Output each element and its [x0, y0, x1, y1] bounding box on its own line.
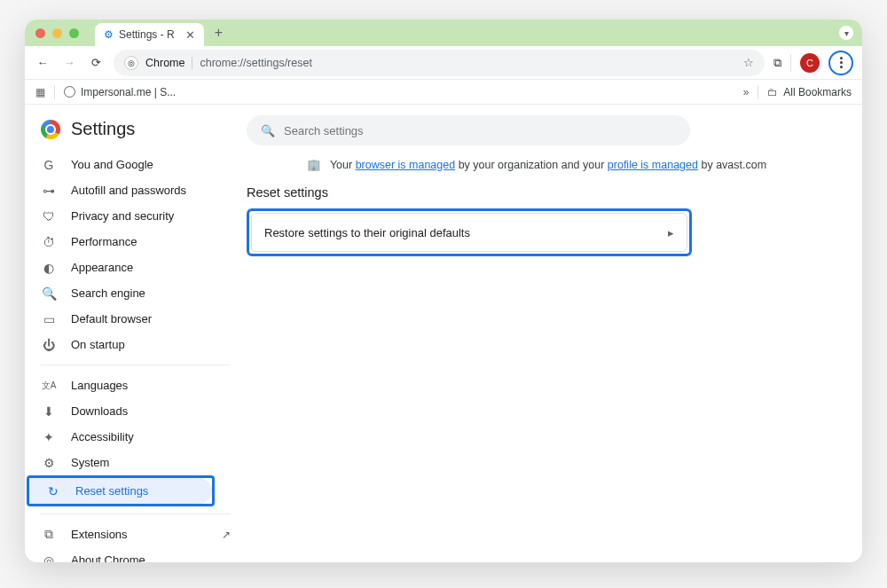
bookmark-label: Impersonal.me | S... — [81, 86, 176, 98]
bookmarks-divider-2 — [757, 85, 758, 99]
sidebar-item-label: System — [71, 456, 109, 469]
download-icon: ⬇ — [41, 404, 57, 419]
settings-title: Settings — [71, 119, 135, 139]
sidebar-item-label: Reset settings — [75, 484, 148, 498]
sidebar-item-performance[interactable]: ⏱Performance — [25, 229, 247, 255]
sidebar-item-downloads[interactable]: ⬇Downloads — [25, 398, 247, 424]
globe-icon — [64, 86, 75, 98]
bookmarks-divider — [54, 85, 55, 99]
sidebar-item-default-browser[interactable]: ▭Default browser — [25, 306, 247, 332]
power-icon: ⏻ — [41, 338, 57, 352]
sidebar-item-system[interactable]: ⚙System — [25, 450, 247, 475]
restore-defaults-row[interactable]: Restore settings to their original defau… — [251, 213, 687, 252]
sidebar-item-label: Autofill and passwords — [71, 184, 186, 197]
managed-text: by avast.com — [698, 159, 766, 171]
sidebar-item-label: Accessibility — [71, 430, 134, 443]
section-title-reset: Reset settings — [247, 185, 827, 200]
bookmarks-bar: ▦ Impersonal.me | S... » 🗀 All Bookmarks — [25, 80, 862, 105]
reload-button[interactable]: ⟳ — [87, 56, 105, 69]
forward-button[interactable]: → — [60, 56, 78, 69]
google-g-icon: G — [41, 158, 57, 172]
sidebar-item-accessibility[interactable]: ✦Accessibility — [25, 424, 247, 450]
search-icon: 🔍 — [41, 286, 57, 301]
tab-close-icon[interactable]: ✕ — [185, 28, 195, 42]
settings-brand: Settings — [25, 112, 247, 152]
all-bookmarks-label: All Bookmarks — [783, 86, 852, 98]
sidebar-item-appearance[interactable]: ◐Appearance — [25, 255, 247, 280]
site-info-icon[interactable]: ◎ — [124, 56, 138, 70]
highlight-restore-card: Restore settings to their original defau… — [247, 208, 692, 256]
all-bookmarks-button[interactable]: 🗀 All Bookmarks — [767, 86, 852, 98]
settings-main: 🔍 🏢 Your browser is managed by your orga… — [247, 105, 862, 562]
managed-notice: 🏢 Your browser is managed by your organi… — [247, 158, 827, 171]
address-bar[interactable]: ◎ Chrome chrome://settings/reset ☆ — [114, 50, 765, 76]
sidebar-item-label: Search engine — [71, 286, 145, 300]
tabstrip-dropdown-icon[interactable]: ▾ — [839, 26, 853, 40]
sidebar-item-about-chrome[interactable]: ◎About Chrome — [25, 547, 247, 562]
new-tab-button[interactable]: + — [215, 25, 223, 41]
sidebar-item-search-engine[interactable]: 🔍Search engine — [25, 280, 247, 306]
sidebar-item-you-and-google[interactable]: GYou and Google — [25, 152, 247, 177]
toolbar-divider — [790, 54, 791, 72]
profile-avatar[interactable]: C — [800, 53, 820, 73]
bookmark-star-icon[interactable]: ☆ — [743, 56, 754, 69]
sidebar-divider-2 — [41, 514, 231, 514]
bookmark-item[interactable]: Impersonal.me | S... — [64, 86, 176, 98]
sidebar-item-extensions[interactable]: ⧉Extensions↗ — [25, 521, 247, 547]
profile-managed-link[interactable]: profile is managed — [608, 159, 698, 171]
minimize-window-button[interactable] — [52, 28, 62, 38]
sidebar-item-label: You and Google — [71, 158, 153, 171]
puzzle-icon: ⧉ — [41, 527, 57, 542]
search-icon: 🔍 — [261, 124, 275, 137]
translate-icon: 文A — [41, 380, 57, 392]
sidebar-item-label: About Chrome — [71, 553, 145, 562]
titlebar: ⚙ Settings - R ✕ + ▾ — [25, 20, 862, 46]
browser-managed-link[interactable]: browser is managed — [356, 159, 456, 171]
close-window-button[interactable] — [35, 28, 45, 38]
sidebar-section-1: GYou and Google ⊶Autofill and passwords … — [25, 152, 247, 357]
sidebar-item-label: Extensions — [71, 528, 128, 541]
wrench-icon: ⚙ — [41, 456, 57, 470]
browser-window: ⚙ Settings - R ✕ + ▾ ← → ⟳ ◎ Chrome chro… — [25, 20, 862, 562]
tab-favicon-gear-icon: ⚙ — [104, 28, 114, 41]
chrome-logo-icon — [41, 120, 60, 139]
chrome-icon: ◎ — [41, 553, 57, 563]
settings-search-input[interactable] — [284, 124, 676, 137]
browser-icon: ▭ — [41, 312, 57, 326]
external-link-icon: ↗ — [222, 529, 231, 541]
sidebar-item-label: Appearance — [71, 261, 133, 274]
key-icon: ⊶ — [41, 184, 57, 198]
kebab-icon — [840, 57, 843, 68]
back-button[interactable]: ← — [34, 56, 51, 69]
building-icon: 🏢 — [307, 158, 321, 171]
sidebar-item-on-startup[interactable]: ⏻On startup — [25, 332, 247, 357]
extensions-icon[interactable]: ⧉ — [773, 56, 781, 70]
palette-icon: ◐ — [41, 261, 57, 275]
shield-icon: 🛡 — [41, 209, 57, 223]
bookmarks-overflow-icon[interactable]: » — [743, 86, 750, 98]
settings-search[interactable]: 🔍 — [247, 115, 690, 145]
speedometer-icon: ⏱ — [41, 235, 57, 249]
sidebar-item-label: Default browser — [71, 312, 152, 325]
browser-toolbar: ← → ⟳ ◎ Chrome chrome://settings/reset ☆… — [25, 46, 862, 80]
chrome-menu-button[interactable] — [828, 51, 853, 75]
folder-icon: 🗀 — [767, 86, 778, 98]
sidebar-item-privacy[interactable]: 🛡Privacy and security — [25, 203, 247, 229]
sidebar-item-label: Downloads — [71, 404, 128, 418]
sidebar-item-languages[interactable]: 文ALanguages — [25, 372, 247, 398]
window-controls — [35, 28, 79, 38]
maximize-window-button[interactable] — [69, 28, 79, 38]
sidebar-item-label: On startup — [71, 338, 125, 351]
sidebar-section-2: 文ALanguages ⬇Downloads ✦Accessibility ⚙S… — [25, 372, 247, 506]
sidebar-item-reset-settings[interactable]: ↻Reset settings — [29, 478, 212, 504]
apps-icon[interactable]: ▦ — [35, 86, 45, 98]
settings-sidebar: Settings GYou and Google ⊶Autofill and p… — [25, 105, 247, 562]
tab-title: Settings - R — [119, 28, 175, 41]
accessibility-icon: ✦ — [41, 430, 57, 444]
sidebar-item-autofill[interactable]: ⊶Autofill and passwords — [25, 177, 247, 203]
omnibox-chip: Chrome — [145, 57, 192, 69]
browser-tab[interactable]: ⚙ Settings - R ✕ — [95, 23, 204, 46]
settings-content: Settings GYou and Google ⊶Autofill and p… — [25, 105, 862, 562]
managed-text: by your organization and your — [455, 159, 608, 171]
omnibox-url: chrome://settings/reset — [200, 57, 311, 69]
